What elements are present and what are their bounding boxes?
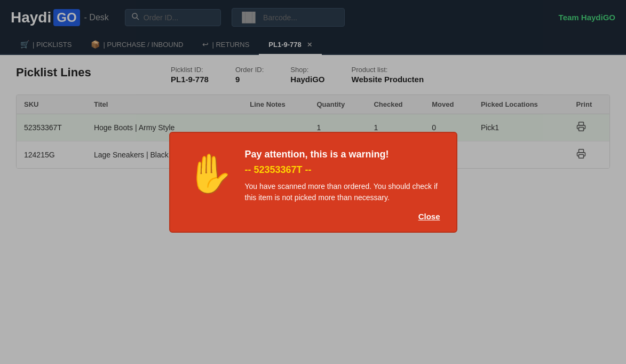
warning-text-block: Pay attention, this is a warning! -- 523…: [245, 149, 440, 203]
warning-inner: ✋ Pay attention, this is a warning! -- 5…: [186, 149, 440, 203]
warning-close-button[interactable]: Close: [418, 212, 440, 221]
warning-footer: Close: [186, 212, 440, 221]
warning-title: Pay attention, this is a warning!: [245, 149, 440, 160]
warning-dialog: ✋ Pay attention, this is a warning! -- 5…: [169, 132, 457, 233]
hand-icon: ✋: [186, 151, 234, 196]
warning-body: You have scanned more than ordered. You …: [245, 181, 440, 203]
warning-overlay: ✋ Pay attention, this is a warning! -- 5…: [0, 0, 626, 364]
warning-sku: -- 52353367T --: [245, 164, 440, 176]
